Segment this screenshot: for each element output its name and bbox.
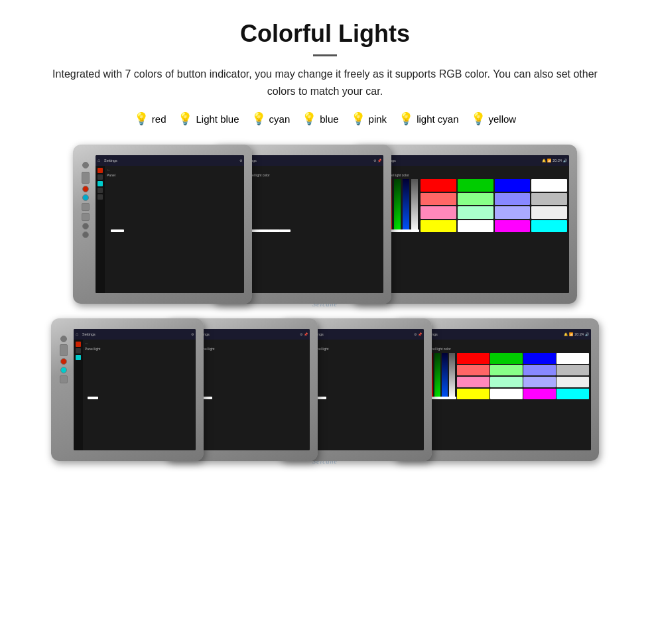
- panel-title-top2: Panel light color: [246, 173, 381, 177]
- bulb-pink-icon: 💡: [351, 111, 365, 126]
- color-label-light-cyan: light cyan: [417, 113, 458, 125]
- color-item-light-blue: 💡 Light blue: [178, 111, 239, 126]
- color-label-red: red: [152, 113, 166, 125]
- header-section: Colorful Lights Integrated with 7 colors…: [27, 20, 623, 99]
- bottom-device-row: ⌂ Settings ⚙ ←: [27, 318, 623, 470]
- wifi-icon-top3: 📶: [547, 159, 551, 162]
- panel-title-bot4: Panel light color: [427, 347, 589, 351]
- color-item-yellow: 💡 yellow: [471, 111, 517, 126]
- color-label-blue: blue: [320, 113, 338, 125]
- back-btn-top1[interactable]: ←: [107, 168, 242, 172]
- pin-icon-top2: 📌: [377, 159, 381, 162]
- panel-title-bot3: Panel light: [313, 347, 422, 351]
- alarm-icon-top3: 🔔: [542, 159, 546, 162]
- vol-icon-top3: 🔊: [563, 159, 567, 162]
- bulb-yellow-icon: 💡: [471, 111, 486, 126]
- color-label-light-blue: Light blue: [196, 113, 239, 125]
- back-btn-top2[interactable]: ←: [246, 168, 381, 172]
- color-legend: 💡 red 💡 Light blue 💡 cyan 💡 blue 💡 pink …: [27, 111, 623, 126]
- bulb-light-blue-icon: 💡: [178, 111, 192, 126]
- back-btn-bot3[interactable]: ←: [313, 342, 422, 346]
- color-grid-bot4: [457, 353, 589, 399]
- back-btn-bot1[interactable]: ←: [85, 342, 194, 346]
- settings-text-top1: Settings: [104, 159, 117, 162]
- color-label-cyan: cyan: [269, 113, 291, 125]
- panel-title-bot1: Panel light: [85, 347, 194, 351]
- color-label-pink: pink: [369, 113, 387, 125]
- bulb-light-cyan-icon: 💡: [399, 111, 413, 126]
- top-device-row: ⌂ Settings ⚙: [27, 145, 623, 313]
- color-item-light-cyan: 💡 light cyan: [399, 111, 458, 126]
- back-btn-top3[interactable]: ←: [385, 168, 567, 172]
- title-divider: [313, 54, 337, 56]
- bulb-blue-icon: 💡: [302, 111, 316, 126]
- color-item-pink: 💡 pink: [351, 111, 387, 126]
- description-text: Integrated with 7 colors of button indic…: [40, 66, 610, 99]
- color-item-blue: 💡 blue: [302, 111, 338, 126]
- gear-icon-top2: ⚙: [373, 159, 376, 162]
- color-grid-top3: [421, 179, 567, 232]
- time-bot4: 20:24: [574, 332, 584, 336]
- color-label-yellow: yellow: [489, 113, 517, 125]
- page-title: Colorful Lights: [27, 20, 623, 48]
- bulb-red-icon: 💡: [134, 111, 149, 126]
- head-unit-top-1: ⌂ Settings ⚙: [73, 145, 252, 304]
- time-display-top3: 20:24: [552, 159, 562, 162]
- back-btn-bot4[interactable]: ←: [427, 342, 589, 346]
- page-wrapper: Colorful Lights Integrated with 7 colors…: [0, 0, 650, 495]
- panel-title-top3: Panel light color: [385, 173, 567, 177]
- color-item-red: 💡 red: [134, 111, 166, 126]
- bulb-cyan-icon: 💡: [251, 111, 266, 126]
- gear-icon-top1: ⚙: [239, 159, 242, 162]
- panel-title-top1: Panel: [107, 173, 242, 177]
- head-unit-bot-1: ⌂ Settings ⚙ ←: [51, 318, 204, 461]
- home-icon: ⌂: [98, 158, 103, 163]
- panel-title-bot2: Panel light: [199, 347, 308, 351]
- back-btn-bot2[interactable]: ←: [199, 342, 308, 346]
- color-item-cyan: 💡 cyan: [251, 111, 291, 126]
